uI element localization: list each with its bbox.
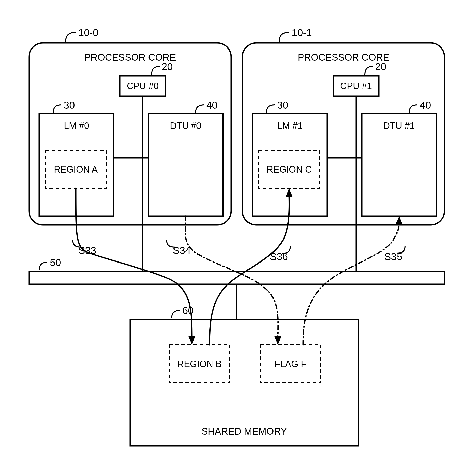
core0-lm-label: LM #0 (64, 121, 89, 131)
processor-core-1: 10-1 PROCESSOR CORE CPU #1 20 LM #1 30 R… (242, 27, 444, 225)
processor-core-0: 10-0 PROCESSOR CORE CPU #0 20 LM #0 30 R… (29, 27, 231, 225)
core1-lm-ref: 30 (277, 100, 288, 111)
core0-ref-tick (66, 32, 76, 42)
core1-ref: 10-1 (292, 27, 312, 38)
core0-dtu-label: DTU #0 (170, 121, 201, 131)
core1-cpu-label: CPU #1 (340, 81, 372, 91)
core0-cpu-ref: 20 (162, 61, 173, 72)
mem-ref: 60 (182, 305, 194, 316)
mem-flag-label: FLAG F (275, 359, 306, 369)
s35-label: S35 (384, 251, 402, 262)
core1-dtu-label: DTU #1 (383, 121, 415, 131)
core1-ref-tick (279, 32, 289, 42)
mem-ref-tick (172, 310, 180, 318)
core1-region-label: REGION C (267, 164, 312, 175)
shared-memory: 60 REGION B FLAG F SHARED MEMORY (130, 305, 359, 446)
core0-region-label: REGION A (54, 164, 98, 175)
bus-ref-tick (39, 262, 47, 270)
core1-dtu-ref: 40 (420, 100, 431, 111)
s34-label: S34 (173, 245, 191, 256)
core0-lm-ref: 30 (64, 100, 75, 111)
bus-ref: 50 (50, 257, 61, 268)
mem-title: SHARED MEMORY (201, 426, 287, 437)
mem-region-label: REGION B (177, 359, 222, 369)
core0-dtu-ref: 40 (206, 100, 218, 111)
s36-label: S36 (270, 251, 288, 262)
s33-label: S33 (78, 245, 96, 256)
architecture-diagram: 10-0 PROCESSOR CORE CPU #0 20 LM #0 30 R… (0, 0, 471, 476)
core0-ref: 10-0 (78, 27, 98, 38)
core0-cpu-label: CPU #0 (127, 81, 159, 91)
core1-cpu-ref: 20 (375, 61, 386, 72)
core1-lm-label: LM #1 (277, 121, 303, 131)
